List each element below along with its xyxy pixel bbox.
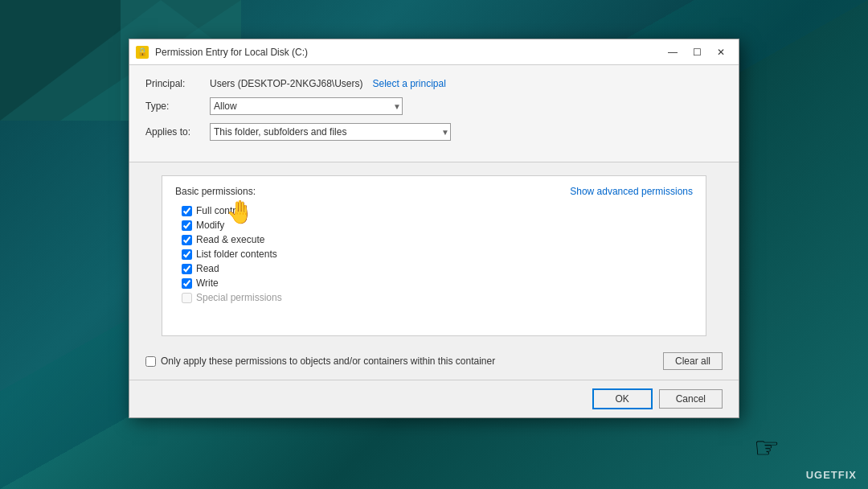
permission-entry-dialog: 🔒 Permission Entry for Local Disk (C:) —… bbox=[129, 39, 739, 418]
type-select-wrapper: Allow Deny ▼ bbox=[210, 97, 403, 115]
checkbox-list-folder[interactable] bbox=[182, 249, 192, 260]
only-apply-label: Only apply these permissions to objects … bbox=[161, 355, 495, 367]
permission-read: Read bbox=[182, 263, 693, 274]
type-select[interactable]: Allow Deny bbox=[210, 97, 403, 115]
dialog-fields: Principal: Users (DESKTOP-2NKGJ68\Users)… bbox=[129, 65, 739, 162]
permission-full-control: Full control 🤚 bbox=[182, 205, 693, 216]
dialog-footer: OK Cancel bbox=[129, 380, 739, 417]
type-row: Type: Allow Deny ▼ bbox=[145, 97, 723, 115]
principal-label: Principal: bbox=[145, 78, 210, 89]
permission-list-folder: List folder contents bbox=[182, 249, 693, 260]
label-special: Special permissions bbox=[196, 292, 282, 303]
applies-select[interactable]: This folder, subfolders and files This f… bbox=[210, 123, 451, 141]
label-list-folder: List folder contents bbox=[196, 249, 277, 260]
label-read-execute: Read & execute bbox=[196, 234, 264, 245]
cancel-button[interactable]: Cancel bbox=[659, 389, 723, 409]
type-label: Type: bbox=[145, 101, 210, 112]
ok-button[interactable]: OK bbox=[592, 388, 653, 409]
permission-write: Write bbox=[182, 277, 693, 289]
title-icon: 🔒 bbox=[136, 46, 149, 59]
select-principal-link[interactable]: Select a principal bbox=[372, 78, 445, 89]
permissions-header: Basic permissions: Show advanced permiss… bbox=[175, 186, 693, 197]
checkbox-write[interactable] bbox=[182, 278, 192, 289]
dialog-wrapper: 🔒 Permission Entry for Local Disk (C:) —… bbox=[129, 39, 739, 418]
permission-modify: Modify bbox=[182, 220, 693, 231]
watermark: UGETFIX bbox=[806, 469, 857, 481]
permissions-title: Basic permissions: bbox=[175, 186, 256, 197]
only-apply-row: Only apply these permissions to objects … bbox=[145, 352, 723, 370]
checkbox-modify[interactable] bbox=[182, 220, 192, 231]
permissions-section: Basic permissions: Show advanced permiss… bbox=[129, 162, 739, 349]
principal-value: Users (DESKTOP-2NKGJ68\Users) bbox=[210, 78, 362, 89]
checkbox-read[interactable] bbox=[182, 264, 192, 274]
only-apply-checkbox[interactable] bbox=[145, 356, 156, 367]
applies-label: Applies to: bbox=[145, 126, 210, 138]
label-modify: Modify bbox=[196, 220, 224, 231]
permissions-area: Basic permissions: Show advanced permiss… bbox=[162, 175, 706, 336]
title-bar: 🔒 Permission Entry for Local Disk (C:) —… bbox=[129, 39, 739, 65]
show-advanced-link[interactable]: Show advanced permissions bbox=[570, 186, 693, 197]
label-full-control: Full control bbox=[196, 205, 244, 216]
checkbox-read-execute[interactable] bbox=[182, 235, 192, 245]
close-button[interactable]: ✕ bbox=[710, 43, 732, 61]
applies-select-wrapper: This folder, subfolders and files This f… bbox=[210, 123, 451, 141]
principal-row: Principal: Users (DESKTOP-2NKGJ68\Users)… bbox=[145, 78, 723, 89]
applies-row: Applies to: This folder, subfolders and … bbox=[145, 123, 723, 141]
label-read: Read bbox=[196, 263, 219, 274]
clear-all-button[interactable]: Clear all bbox=[663, 352, 723, 370]
permission-read-execute: Read & execute bbox=[182, 234, 693, 245]
checkbox-special bbox=[182, 293, 192, 303]
minimize-button[interactable]: — bbox=[661, 43, 684, 61]
permission-special: Special permissions bbox=[182, 292, 693, 303]
dialog-title: Permission Entry for Local Disk (C:) bbox=[155, 47, 661, 58]
maximize-button[interactable]: ☐ bbox=[686, 43, 708, 61]
title-buttons: — ☐ ✕ bbox=[661, 43, 732, 61]
label-write: Write bbox=[196, 277, 219, 289]
checkbox-full-control[interactable] bbox=[182, 206, 192, 216]
